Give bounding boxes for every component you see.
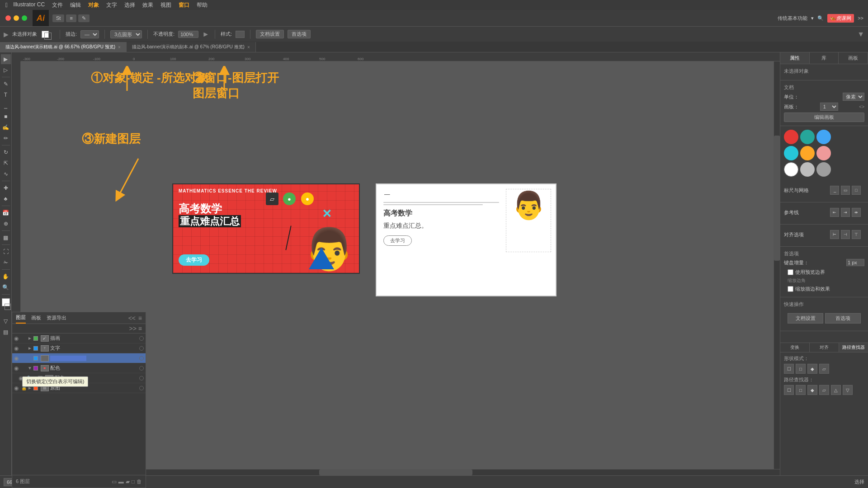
- paintbrush-tool[interactable]: ✍: [1, 122, 11, 132]
- menu-help[interactable]: 帮助: [197, 1, 208, 9]
- line-tool[interactable]: ⎯: [1, 101, 11, 111]
- pathfinder-btn-1[interactable]: ☐: [784, 385, 794, 395]
- rp-prefs-btn[interactable]: 首选项: [825, 313, 861, 324]
- maximize-button[interactable]: [22, 15, 27, 21]
- rp-preview-bounds-check[interactable]: [788, 269, 793, 275]
- rp-bottom-tab-align[interactable]: 对齐: [810, 343, 839, 352]
- rp-ref-btn3[interactable]: ⇼: [852, 208, 861, 217]
- layers-add-btn[interactable]: □: [132, 479, 135, 485]
- pen-tool[interactable]: ✎: [1, 79, 11, 89]
- hand-tool[interactable]: ✋: [1, 272, 11, 282]
- menu-file[interactable]: 文件: [52, 1, 63, 9]
- rp-scale-effects-check[interactable]: [788, 286, 793, 292]
- rp-nudge-input[interactable]: [846, 259, 864, 266]
- layers-tab-layers[interactable]: 图层: [16, 312, 26, 324]
- layer-0-expand[interactable]: ►: [28, 336, 32, 341]
- fill-color-box[interactable]: [41, 30, 54, 39]
- layer-5-eye[interactable]: ◉: [14, 385, 21, 391]
- rp-align-btn3[interactable]: ⊤: [852, 230, 861, 239]
- swatch-darkgray[interactable]: [816, 162, 831, 177]
- tab-1-close[interactable]: ×: [247, 45, 250, 50]
- layers-tab-artboards[interactable]: 画板: [31, 313, 41, 323]
- menu-effect[interactable]: 效果: [142, 1, 153, 9]
- layers-move-btn[interactable]: ▬: [118, 479, 124, 485]
- lp-ctrl-1[interactable]: >>: [129, 325, 136, 332]
- rotate-tool[interactable]: ↻: [1, 147, 11, 157]
- style-preview[interactable]: [236, 31, 245, 38]
- rp-bottom-tab-pathfinder[interactable]: 路径查找器: [839, 343, 868, 352]
- swatch-white[interactable]: [784, 162, 798, 177]
- layer-3-eye[interactable]: ◉: [14, 365, 21, 371]
- column-graph-tool[interactable]: ▩: [1, 233, 11, 243]
- direct-selection-tool[interactable]: ▷: [1, 65, 11, 75]
- rp-doc-settings-btn[interactable]: 文档设置: [788, 313, 823, 324]
- apple-menu[interactable]: : [5, 1, 8, 9]
- scale-tool[interactable]: ⇱: [1, 158, 11, 168]
- type-tool[interactable]: T: [1, 90, 11, 100]
- artboard-tool[interactable]: ⛶: [1, 247, 11, 257]
- panel-toggle-right[interactable]: >>: [858, 15, 863, 21]
- lp-ctrl-2[interactable]: ≡: [138, 325, 142, 332]
- layers-duplicate-btn[interactable]: ▰: [126, 479, 130, 485]
- pencil-tool[interactable]: ✏: [1, 133, 11, 143]
- swatch-red[interactable]: [784, 130, 798, 144]
- tab-0[interactable]: 描边风-banner演示精稿.ai @ 66.67% (RGB/GPU 预览) …: [0, 42, 127, 52]
- rp-ruler-btn1[interactable]: ⎯: [830, 186, 839, 195]
- rp-artboard-select[interactable]: 1: [820, 103, 838, 111]
- menu-window[interactable]: 窗口: [179, 1, 189, 9]
- swatch-cyan[interactable]: [784, 146, 798, 160]
- pathfinder-btn-3[interactable]: ◆: [807, 385, 817, 395]
- eyedropper-tool[interactable]: 📅: [1, 208, 11, 218]
- layer-2-name-input[interactable]: [50, 356, 86, 361]
- layers-close-btn[interactable]: ≡: [138, 314, 142, 322]
- tab-1[interactable]: 描边风-banner演示稿的副本.ai @ 67% (RGB/GPU 推览) ×: [127, 42, 256, 52]
- opacity-arrow[interactable]: ►: [202, 30, 209, 38]
- rp-edit-artboard-btn[interactable]: 编辑画板: [784, 113, 864, 122]
- layer-0-lock[interactable]: [21, 336, 28, 341]
- shape-btn-1[interactable]: ☐: [784, 364, 794, 374]
- menu-object[interactable]: 对象: [88, 1, 99, 9]
- layers-tab-export[interactable]: 资源导出: [47, 313, 66, 323]
- rp-ruler-btn2[interactable]: ▭: [841, 186, 850, 195]
- swatch-blue[interactable]: [816, 130, 831, 144]
- rp-ruler-btn3[interactable]: □: [852, 186, 861, 195]
- menu-view[interactable]: 视图: [160, 1, 171, 9]
- extra-controls[interactable]: ▼: [857, 30, 864, 38]
- swatch-teal[interactable]: [800, 130, 815, 144]
- layer-row-2[interactable]: ◉: [12, 353, 146, 363]
- layer-row-3[interactable]: ◉ ▼ ■ 配色: [12, 363, 146, 373]
- rp-tab-library[interactable]: 库: [810, 52, 839, 64]
- rp-tab-artboards[interactable]: 画板: [839, 52, 868, 64]
- shape-select[interactable]: 3点圆形: [110, 30, 142, 38]
- layer-row-1[interactable]: ◉ ► T 文字: [12, 343, 146, 353]
- stroke-swatch[interactable]: [5, 304, 11, 310]
- shape-btn-2[interactable]: □: [796, 364, 806, 374]
- preferences-btn[interactable]: 首选项: [288, 30, 311, 38]
- pathfinder-btn-4[interactable]: ▱: [819, 385, 829, 395]
- rp-artboard-nav[interactable]: <>: [859, 104, 864, 109]
- layers-make-subpath-btn[interactable]: ▭: [112, 479, 117, 485]
- color-tool[interactable]: ▤: [1, 327, 11, 337]
- rp-ref-btn2[interactable]: ⇥: [841, 208, 850, 217]
- slice-tool[interactable]: ✁: [1, 258, 11, 267]
- rp-align-btn2[interactable]: ⊣: [841, 230, 850, 239]
- selection-tool[interactable]: ▶: [1, 54, 11, 64]
- opacity-input[interactable]: [178, 31, 198, 38]
- shape-btn-4[interactable]: ▱: [819, 364, 829, 374]
- tab-0-close[interactable]: ×: [118, 45, 121, 50]
- stroke-select[interactable]: —: [80, 30, 99, 38]
- layer-1-lock[interactable]: [21, 346, 28, 351]
- rp-align-btn1[interactable]: ⊢: [830, 230, 839, 239]
- layer-1-eye[interactable]: ◉: [14, 345, 21, 352]
- profile-btn[interactable]: St: [52, 14, 64, 22]
- menu-edit[interactable]: 编辑: [70, 1, 81, 9]
- close-button[interactable]: [5, 15, 11, 21]
- rp-tab-properties[interactable]: 属性: [780, 52, 810, 64]
- rp-unit-select[interactable]: 像素: [843, 93, 864, 101]
- warp-tool[interactable]: ∿: [1, 169, 11, 179]
- pathfinder-btn-6[interactable]: ▽: [843, 385, 853, 395]
- doc-settings-btn[interactable]: 文档设置: [256, 30, 284, 38]
- rp-bottom-tab-transform[interactable]: 变换: [780, 343, 810, 352]
- shape-btn-3[interactable]: ◆: [807, 364, 817, 374]
- hscroll-thumb[interactable]: [319, 469, 473, 475]
